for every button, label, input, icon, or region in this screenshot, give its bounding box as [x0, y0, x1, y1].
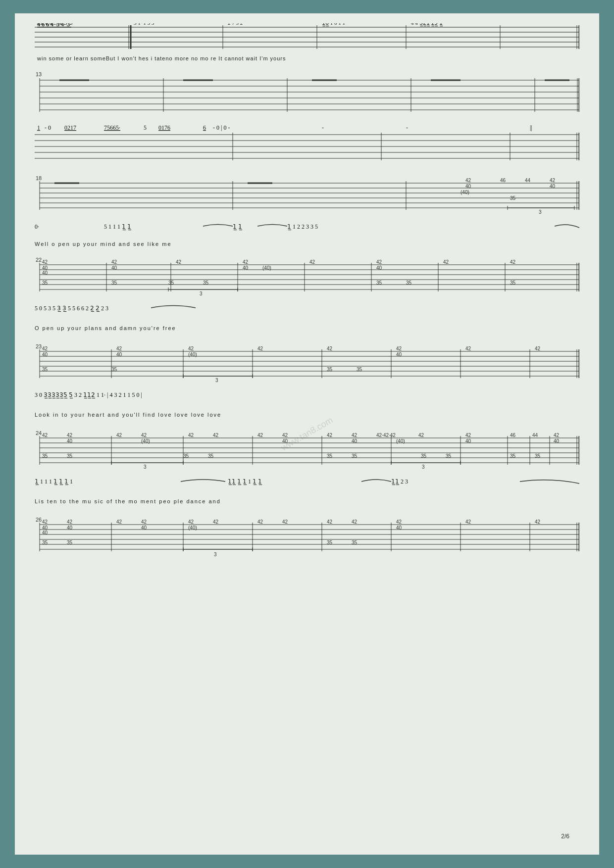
svg-text:4  4  3̲2̲1̲  1̲5̲ 1̲: 4 4 3̲2̲1̲ 1̲5̲ 1̲ [411, 23, 443, 26]
music-content: 4·6 6 4· 3 4· 3· 4·6 6 4· 3 4· 3· 4·6 6 … [35, 23, 579, 845]
svg-text:(40): (40) [141, 438, 150, 444]
svg-text:40: 40 [376, 265, 382, 271]
svg-text:35: 35 [327, 453, 333, 459]
svg-text:40: 40 [465, 184, 471, 189]
svg-text:42: 42 [243, 259, 249, 265]
svg-text:1̲1̲  2    3: 1̲1̲ 2 3 [391, 478, 408, 485]
svg-text:35: 35 [510, 453, 516, 459]
svg-text:42: 42 [443, 259, 449, 265]
svg-text:42: 42 [116, 346, 122, 351]
svg-text:42: 42 [535, 346, 541, 351]
svg-text:40: 40 [42, 270, 48, 276]
svg-text:42: 42 [176, 259, 182, 265]
sheet-music-page: 4·6 6 4· 3 4· 3· 4·6 6 4· 3 4· 3· 4·6 6 … [15, 13, 599, 855]
svg-text:4·6 6 4· 3 4· 3·  3: 4·6 6 4· 3 4· 3· 3 [37, 23, 73, 26]
svg-text:3: 3 [214, 552, 217, 557]
svg-text:40: 40 [42, 352, 48, 357]
svg-text:18: 18 [36, 175, 42, 181]
svg-text:3: 3 [144, 464, 147, 470]
svg-text:35: 35 [327, 367, 333, 372]
svg-text:42: 42 [396, 519, 402, 525]
svg-text:35: 35 [406, 280, 412, 286]
svg-text:42: 42 [327, 433, 333, 438]
svg-text:42: 42 [282, 519, 288, 525]
svg-text:0·: 0· [35, 223, 39, 230]
svg-text:5   1  1  1  1̲  1̲: 5 1 1 1 1̲ 1̲ [104, 223, 132, 230]
svg-text:35: 35 [42, 540, 48, 545]
svg-text:42: 42 [554, 433, 560, 438]
svg-text:42: 42 [282, 433, 288, 438]
svg-text:35: 35 [510, 195, 516, 201]
svg-text:42: 42 [396, 346, 402, 351]
section-13-svg: 13 [35, 70, 579, 169]
svg-text:42: 42 [188, 519, 194, 525]
svg-text:3: 3 [422, 464, 425, 470]
svg-text:35: 35 [42, 367, 48, 372]
svg-text:35: 35 [510, 280, 516, 286]
svg-text:0176: 0176 [158, 124, 170, 131]
section-18-svg: 18 [35, 174, 579, 251]
svg-text:1̲  1̲: 1̲ 1̲ [233, 223, 243, 230]
svg-text:3: 3 [539, 209, 542, 215]
svg-text:42: 42 [418, 433, 424, 438]
section-22: 22 [35, 256, 579, 338]
svg-text:42: 42 [111, 259, 117, 265]
svg-text:42: 42 [376, 259, 382, 265]
svg-text:1̲  1   1  1   1̲  1̲  1̲  1: 1̲ 1 1 1 1̲ 1̲ 1̲ 1 [35, 478, 73, 485]
svg-text:42: 42 [42, 519, 48, 525]
svg-text:1̲   1   2   2    3   3  5: 1̲ 1 2 2 3 3 5 [287, 223, 318, 230]
svg-text:35: 35 [376, 280, 382, 286]
svg-text:42: 42 [465, 519, 471, 525]
svg-text:35: 35 [203, 280, 209, 286]
svg-text:40: 40 [42, 530, 48, 535]
svg-text:40: 40 [67, 438, 73, 444]
svg-text:42: 42 [352, 433, 358, 438]
svg-text:42: 42 [213, 519, 219, 525]
svg-text:35: 35 [535, 453, 541, 459]
svg-text:3: 3 [200, 291, 203, 296]
svg-text:35: 35 [111, 367, 117, 372]
page-number: 2/6 [561, 833, 569, 840]
svg-text:35: 35 [352, 453, 358, 459]
svg-text:42: 42 [141, 433, 147, 438]
section-26-svg: 26 [35, 516, 579, 570]
svg-text:42: 42 [465, 433, 471, 438]
svg-text:40: 40 [396, 525, 402, 530]
svg-text:42: 42 [213, 433, 219, 438]
svg-text:35: 35 [183, 453, 189, 459]
svg-text:40: 40 [111, 265, 117, 271]
svg-text:35: 35 [327, 540, 333, 545]
svg-text:42: 42 [257, 346, 263, 351]
svg-text:42: 42 [188, 433, 194, 438]
svg-text:Look  in  to  your    heart   : Look in to your heart and you'll find lo… [35, 412, 221, 418]
svg-text:3: 3 [215, 378, 218, 383]
svg-text:35: 35 [357, 367, 362, 372]
top-section: 4·6 6 4· 3 4· 3· 4·6 6 4· 3 4· 3· 4·6 6 … [35, 23, 579, 65]
svg-text:42: 42 [327, 519, 333, 525]
svg-text:35: 35 [42, 280, 48, 286]
svg-text:42: 42 [257, 433, 263, 438]
svg-text:35: 35 [421, 453, 427, 459]
svg-text:40: 40 [465, 438, 471, 444]
svg-text:35: 35 [67, 540, 73, 545]
svg-text:O   pen  up   your    plans   : O pen up your plans and damn you're free [35, 325, 176, 331]
svg-text:win some or  learn  someBut  I: win some or learn someBut I won't hes i … [37, 55, 286, 61]
svg-text:42·42·42: 42·42·42 [376, 433, 396, 438]
svg-text:(40): (40) [396, 438, 405, 444]
svg-text:(40): (40) [188, 525, 197, 530]
svg-text:Lis  ten   to   the  mu  sic  : Lis ten to the mu sic of the mo ment peo… [35, 498, 221, 504]
section-13: 13 [35, 70, 579, 169]
svg-text:-  0: - 0 [45, 124, 51, 131]
svg-text:-: - [322, 124, 324, 131]
svg-text:42: 42 [309, 259, 315, 265]
svg-text:42: 42 [42, 433, 48, 438]
svg-text:42: 42 [42, 259, 48, 265]
svg-text:42: 42 [116, 519, 122, 525]
svg-text:3·1· 1  5 3: 3·1· 1 5 3 [134, 23, 154, 26]
svg-text:40: 40 [282, 438, 288, 444]
svg-text:1: 1 [37, 124, 40, 131]
svg-text:42: 42 [550, 178, 556, 183]
svg-text:42: 42 [141, 519, 147, 525]
svg-text:42: 42 [257, 519, 263, 525]
section-23: 23 [35, 342, 579, 424]
